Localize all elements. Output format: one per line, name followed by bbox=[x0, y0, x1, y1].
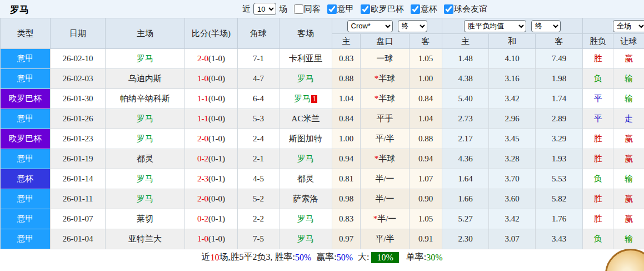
avg-draw-odds: 4.10 bbox=[489, 49, 536, 69]
home-team-cell: 莱切 bbox=[106, 209, 185, 229]
match-date: 26-02-10 bbox=[51, 49, 106, 69]
filter-serie-a[interactable]: 意甲 bbox=[321, 4, 354, 14]
col-cover: 让球 bbox=[613, 34, 644, 49]
over-rate-value: 10% bbox=[371, 252, 398, 263]
avg-home-odds: 1.66 bbox=[442, 189, 489, 209]
handicap-line-cell: 半/一 bbox=[361, 169, 410, 189]
halftime-score: (0-1) bbox=[208, 154, 225, 163]
odd-rate-value: 30% bbox=[426, 253, 442, 263]
corner-score: 4-7 bbox=[238, 69, 279, 89]
match-date: 26-01-14 bbox=[51, 169, 106, 189]
avg-draw-odds: 2.96 bbox=[489, 109, 536, 129]
handicap-line-cell: *半/一 bbox=[361, 209, 410, 229]
match-row: 意甲 26-01-07 莱切 0-2(0-1) 2-2 罗马 0.83 *半/一… bbox=[1, 209, 644, 229]
handicap-line: 半球 bbox=[378, 154, 395, 163]
handicap-select-group: Crow* 终 bbox=[332, 18, 442, 34]
club-friendly-checkbox[interactable] bbox=[444, 4, 453, 14]
corner-score: 2-1 bbox=[238, 149, 279, 169]
cover-rate-value: 50% bbox=[337, 253, 353, 263]
fulltime-score: 1-1 bbox=[197, 114, 208, 123]
match-date: 26-01-07 bbox=[51, 209, 106, 229]
cover-rate-label: 赢率: bbox=[316, 252, 336, 263]
league-type-cell: 意甲 bbox=[1, 49, 51, 69]
col-handicap-line: 盘口 bbox=[361, 34, 410, 49]
handicap-away-odds: 1.05 bbox=[410, 49, 442, 69]
avg-away-odds: 1.76 bbox=[536, 209, 583, 229]
serie-a-checkbox[interactable] bbox=[327, 4, 337, 14]
halftime-score: (1-0) bbox=[208, 54, 225, 63]
result-cell: 胜 bbox=[583, 149, 613, 169]
home-team-cell: 罗马 bbox=[106, 109, 185, 129]
home-team-name: 都灵 bbox=[137, 154, 153, 163]
filter-europa-league[interactable]: 欧罗巴杯 bbox=[354, 4, 404, 14]
europa-league-checkbox[interactable] bbox=[361, 4, 370, 14]
match-row: 意甲 26-02-10 罗马 2-0(1-0) 7-1 卡利亚里 0.83 一球… bbox=[1, 49, 644, 69]
score-cell: 2-0(1-0) bbox=[185, 129, 238, 149]
cover-cell: 赢 bbox=[613, 149, 644, 169]
avg-draw-odds: 3.07 bbox=[489, 229, 536, 249]
avg-away-odds: 3.43 bbox=[536, 229, 583, 249]
handicap-line-cell: 平/半 bbox=[361, 129, 410, 149]
league-type-cell: 意甲 bbox=[1, 109, 51, 129]
home-team-name: 罗马 bbox=[137, 174, 153, 183]
fulltime-score: 0-2 bbox=[197, 154, 208, 163]
home-team-name: 亚特兰大 bbox=[128, 234, 162, 243]
avg-home-odds: 1.48 bbox=[442, 49, 489, 69]
col-home: 主场 bbox=[106, 18, 185, 49]
away-team-name: 罗马 bbox=[297, 234, 314, 243]
match-date: 26-01-19 bbox=[51, 149, 106, 169]
filter-club-friendly[interactable]: 球会友谊 bbox=[437, 4, 487, 14]
halftime-score: (0-1) bbox=[208, 174, 225, 183]
col-type: 类型 bbox=[1, 18, 51, 49]
handicap-home-odds: 0.81 bbox=[332, 169, 361, 189]
avg-home-odds: 4.36 bbox=[442, 149, 489, 169]
avg-time-select[interactable]: 终 bbox=[531, 20, 561, 32]
handicap-line: 半球 bbox=[378, 94, 395, 103]
match-row: 意甲 26-01-26 罗马 1-1(0-0) 5-3 AC米兰 0.84 平手… bbox=[1, 109, 644, 129]
corner-score: 6-4 bbox=[238, 89, 279, 109]
filter-same-venue[interactable]: 同客 bbox=[287, 4, 321, 14]
recent-count-select[interactable]: 10 bbox=[253, 3, 276, 15]
avg-away-odds: 2.89 bbox=[536, 109, 583, 129]
league-type-cell: 欧罗巴杯 bbox=[1, 89, 51, 109]
match-row: 欧罗巴杯 26-01-23 罗马 2-0(1-0) 2-4 斯图加特 1.00 … bbox=[1, 129, 644, 149]
odd-rate-label: 单率: bbox=[406, 252, 426, 263]
same-venue-checkbox[interactable] bbox=[294, 4, 303, 14]
match-history-panel: 罗马 近 10 场 同客 意甲 欧罗巴杯 意杯 球会友谊 bbox=[0, 0, 644, 271]
handicap-line-cell: 半/一 bbox=[361, 189, 410, 209]
match-date: 26-01-23 bbox=[51, 129, 106, 149]
scope-select[interactable]: 全场 bbox=[613, 20, 644, 32]
col-result: 胜负 bbox=[583, 34, 613, 49]
fulltime-score: 2-0 bbox=[197, 54, 208, 63]
corner-score: 2-4 bbox=[238, 129, 279, 149]
home-team-name: 罗马 bbox=[137, 114, 153, 123]
league-type-cell: 意甲 bbox=[1, 229, 51, 249]
handicap-line-cell: *半球 bbox=[361, 89, 410, 109]
filter-label: 欧罗巴杯 bbox=[371, 4, 404, 14]
handicap-line: 平/半 bbox=[375, 134, 394, 143]
score-cell: 1-0(1-0) bbox=[185, 229, 238, 249]
away-team-cell: 罗马1 bbox=[279, 89, 332, 109]
col-corners: 角球 bbox=[238, 18, 279, 49]
cover-cell: 赢 bbox=[613, 49, 644, 69]
coppa-italia-checkbox[interactable] bbox=[411, 4, 420, 14]
col-handicap-away: 客 bbox=[410, 34, 442, 49]
fulltime-score: 1-0 bbox=[197, 234, 208, 243]
home-team-name: 乌迪内斯 bbox=[128, 74, 162, 83]
score-cell: 2-0(0-0) bbox=[185, 189, 238, 209]
away-team-name: 罗马 bbox=[297, 154, 314, 163]
league-type-cell: 意甲 bbox=[1, 149, 51, 169]
halftime-score: (0-1) bbox=[208, 214, 225, 223]
halftime-score: (0-0) bbox=[208, 74, 225, 83]
result-cell: 负 bbox=[583, 229, 613, 249]
cover-cell: 赢 bbox=[613, 209, 644, 229]
handicap-time-select[interactable]: 终 bbox=[398, 20, 427, 32]
col-date: 日期 bbox=[51, 18, 106, 49]
col-handicap-home: 主 bbox=[332, 34, 361, 49]
match-tbody: 意甲 26-02-10 罗马 2-0(1-0) 7-1 卡利亚里 0.83 一球… bbox=[1, 49, 644, 249]
halftime-score: (0-0) bbox=[208, 94, 225, 103]
avg-type-select[interactable]: 胜平负均值 bbox=[464, 20, 526, 32]
avg-away-odds: 5.82 bbox=[536, 189, 583, 209]
handicap-company-select[interactable]: Crow* bbox=[347, 20, 393, 32]
filter-coppa-italia[interactable]: 意杯 bbox=[404, 4, 437, 14]
